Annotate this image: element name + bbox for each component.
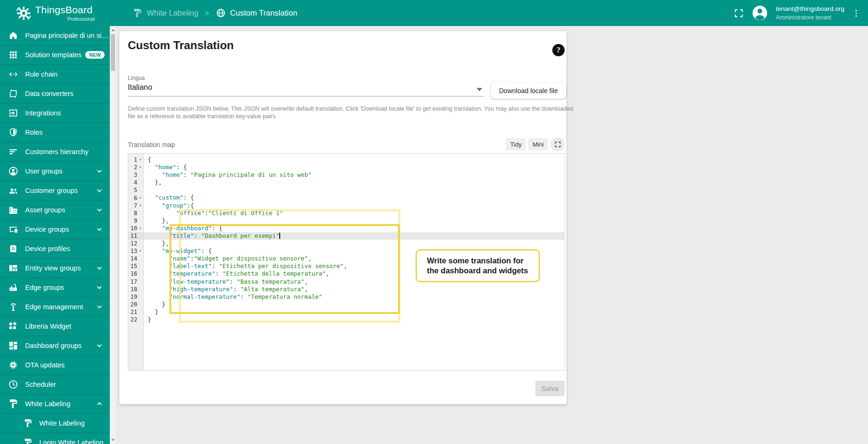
editor-toolbar: Tidy Mini	[506, 137, 565, 151]
sidebar-item-label: User groups	[25, 167, 62, 175]
sidebar-item-rule-chain[interactable]: Rule chain	[0, 65, 110, 84]
sidebar-item-user-groups[interactable]: User groups	[0, 162, 110, 181]
home-icon	[8, 30, 18, 41]
line-number: 20	[128, 301, 137, 308]
sidebar-item-customers-hierarchy[interactable]: Customers hierarchy	[0, 142, 110, 162]
sidebar-item-label: Device groups	[25, 226, 69, 233]
sidebar-scrollbar[interactable]	[110, 26, 116, 444]
sidebar-item-device-profiles[interactable]: DDevice profiles	[0, 239, 110, 259]
sidebar-item-label: Scheduler	[25, 381, 56, 388]
code-line-18: "high-temperature": "Alta temperatura",	[144, 286, 564, 293]
scroll-up-icon[interactable]	[111, 29, 115, 31]
sidebar-item-roles[interactable]: Roles	[0, 123, 110, 142]
scroll-down-icon[interactable]	[111, 439, 115, 441]
gutter-line: 16	[128, 270, 143, 278]
fullscreen-icon[interactable]	[734, 8, 744, 18]
avatar[interactable]	[751, 4, 769, 22]
code-line-3: "home": "Pagina principale di un sito we…	[144, 171, 564, 179]
fold-arrow-icon[interactable]: ▾	[137, 204, 143, 208]
gutter-line: 1▾	[128, 156, 143, 164]
apps-icon	[8, 50, 18, 60]
gutter-line: 17	[128, 278, 143, 286]
sidebar-item-scheduler[interactable]: Scheduler	[0, 375, 110, 394]
chevron-down-icon	[95, 205, 104, 215]
sidebar-item-label: OTA updates	[25, 361, 65, 369]
breadcrumb-white-labeling[interactable]: White Labeling	[133, 8, 198, 18]
help-icon[interactable]: ?	[552, 44, 565, 56]
language-select[interactable]	[128, 80, 484, 96]
user-email: tenant@thingsboard.org	[776, 5, 844, 13]
sidebar-item-pagina-principale-di-un-si[interactable]: Pagina principale di un si…	[0, 26, 110, 45]
tidy-button[interactable]: Tidy	[506, 138, 526, 150]
sidebar-item-dashboard-groups[interactable]: Dashboard groups	[0, 336, 110, 356]
fold-arrow-icon[interactable]: ▾	[137, 165, 143, 169]
gutter-line: 10▾	[128, 225, 143, 232]
chevron-down-icon	[95, 283, 104, 292]
fold-arrow-icon[interactable]: ▾	[137, 196, 143, 200]
fold-arrow-icon[interactable]: ▾	[137, 226, 143, 230]
mini-button[interactable]: Mini	[528, 138, 548, 150]
code-line-2: "home": {	[144, 164, 564, 171]
fold-arrow-icon[interactable]: ▾	[137, 249, 143, 253]
sidebar-item-entity-view-groups[interactable]: Entity view groups	[0, 259, 110, 278]
sidebar-item-ota-updates[interactable]: OTA updates	[0, 356, 110, 375]
download-locale-button[interactable]: Download locale file	[491, 82, 566, 99]
scrollbar-thumb[interactable]	[111, 34, 115, 71]
breadcrumb-custom-translation[interactable]: Custom Translation	[216, 8, 297, 18]
gutter-line: 21	[128, 308, 143, 316]
line-number: 11	[128, 233, 137, 239]
sidebar-item-integrations[interactable]: Integrations	[0, 104, 110, 123]
line-number: 4	[128, 179, 137, 186]
sidebar-item-edge-groups[interactable]: Edge groups	[0, 278, 110, 297]
logo-title: ThingsBoard	[35, 4, 92, 16]
code-line-7: "group":{	[144, 202, 564, 209]
user-info[interactable]: tenant@thingsboard.org Amministratore te…	[776, 5, 844, 21]
scheduler-icon	[8, 379, 18, 390]
dashboards-icon	[8, 340, 18, 351]
gutter-line: 20	[128, 301, 143, 308]
line-number: 12	[128, 240, 137, 247]
white-labeling-icon	[23, 418, 33, 428]
device-profiles-icon: D	[8, 244, 18, 254]
more-menu-icon[interactable]	[851, 9, 861, 18]
sidebar-item-white-labeling[interactable]: White Labeling	[0, 414, 110, 433]
code-line-6: "custom": {	[144, 194, 564, 201]
chevron-down-icon	[95, 186, 104, 195]
sidebar-item-customer-groups[interactable]: Customer groups	[0, 181, 110, 200]
sidebar-item-label: Roles	[25, 129, 43, 136]
editor-fullscreen-icon[interactable]	[550, 137, 565, 151]
line-number: 14	[128, 255, 137, 262]
code-line-12: },	[144, 240, 564, 247]
sidebar-item-asset-groups[interactable]: Asset groups	[0, 200, 110, 220]
save-button[interactable]: Salva	[535, 381, 565, 396]
gutter-line: 5	[128, 186, 143, 194]
sidebar-item-data-converters[interactable]: Data converters	[0, 84, 110, 104]
code-line-10: "my-dashboard": {	[144, 225, 564, 232]
sidebar-item-solution-templates[interactable]: Solution templatesNEW	[0, 45, 110, 65]
sidebar-item-label: Solution templates	[25, 51, 81, 59]
user-groups-icon	[8, 166, 18, 176]
line-number: 21	[128, 309, 137, 315]
sidebar-item-login-white-labeling[interactable]: Login White Labeling	[0, 433, 110, 444]
globe-icon	[216, 8, 226, 18]
line-number: 1	[128, 157, 137, 163]
chevron-down-icon	[95, 341, 104, 350]
sidebar-item-label: Customers hierarchy	[25, 148, 89, 156]
sidebar-item-libreria-widget[interactable]: Libreria Widget	[0, 317, 110, 336]
roles-icon	[8, 127, 18, 138]
sidebar-item-white-labeling[interactable]: White Labeling	[0, 394, 110, 414]
sidebar-item-device-groups[interactable]: Device groups	[0, 220, 110, 239]
gutter-line: 12	[128, 240, 143, 247]
entity-views-icon	[8, 263, 18, 273]
sidebar-item-label: Asset groups	[25, 206, 65, 214]
sidebar-item-edge-management[interactable]: Edge management	[0, 297, 110, 317]
widgets-icon	[8, 321, 18, 331]
gutter-line: 4	[128, 179, 143, 186]
code-line-8: "office":"Clienti di Office 1"	[144, 209, 564, 217]
user-role: Amministratore tenant	[776, 14, 844, 21]
gutter-line: 8	[128, 209, 143, 217]
gutter-line: 18	[128, 286, 143, 293]
annotation-callout: Write some translation for the dashboard…	[416, 249, 540, 282]
breadcrumb: White Labeling > Custom Translation	[133, 8, 297, 18]
fold-arrow-icon[interactable]: ▾	[137, 158, 143, 162]
